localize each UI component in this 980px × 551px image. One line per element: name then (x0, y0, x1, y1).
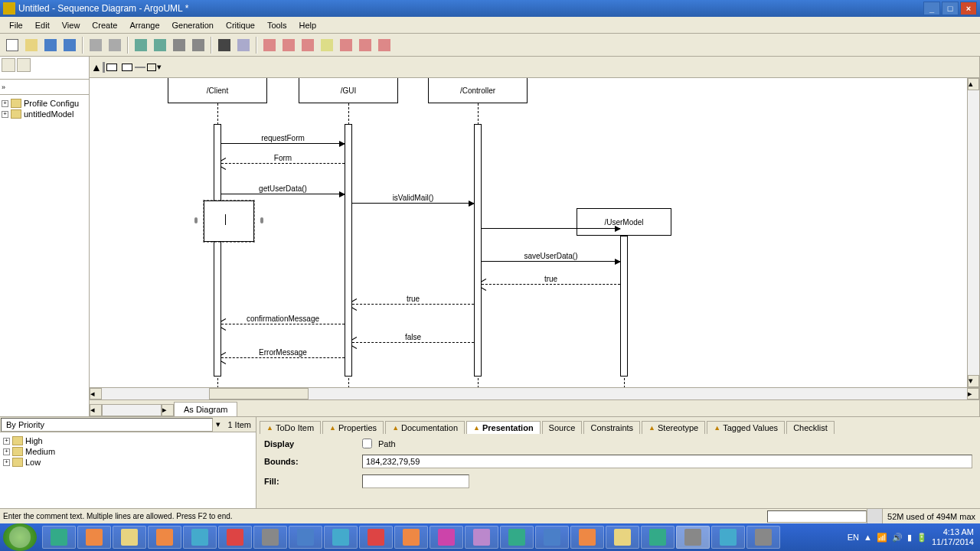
priority-level[interactable]: +Low (3, 457, 253, 468)
taskbar-item[interactable] (746, 526, 780, 549)
message-form[interactable]: Form (221, 155, 345, 164)
tab-as-diagram[interactable]: As Diagram (174, 402, 237, 416)
cut-button[interactable] (170, 36, 188, 54)
taskbar-item[interactable] (253, 526, 287, 549)
priority-tree[interactable]: +High+Medium+Low (0, 432, 256, 508)
message-isvalidmail-[interactable]: isValidMail() (352, 194, 474, 204)
menu-view[interactable]: View (56, 19, 87, 31)
vertical-scrollbar[interactable]: ▴ ▾ (967, 78, 979, 387)
message-errormessage[interactable]: ErrorMessage (221, 349, 345, 358)
note-link-tool[interactable] (135, 67, 145, 68)
priority-dropdown[interactable]: By Priority (1, 418, 213, 432)
rect-dropdown[interactable]: ▾ (157, 62, 168, 72)
taskbar-item[interactable] (465, 526, 498, 549)
print-preview-button[interactable] (106, 36, 124, 54)
menu-help[interactable]: Help (293, 19, 323, 31)
tree-item[interactable]: +Profile Configu (2, 98, 87, 109)
taskbar-item[interactable] (570, 526, 604, 549)
pane-toggle-2[interactable] (17, 58, 31, 72)
taskbar-item[interactable] (500, 526, 534, 549)
message-saveuserdata-[interactable]: saveUserData() (482, 253, 620, 262)
taskbar-item[interactable] (183, 526, 217, 549)
activation-bar[interactable] (620, 236, 628, 377)
activation-bar[interactable] (345, 124, 352, 377)
pane-expand[interactable]: » (2, 83, 5, 91)
message-confirmationmessage[interactable]: confirmationMessage (221, 315, 345, 324)
message-getuserdata-[interactable]: getUserData() (221, 185, 345, 194)
diagram-activity-button[interactable] (318, 36, 336, 54)
taskbar-item[interactable] (535, 526, 569, 549)
menu-create[interactable]: Create (86, 19, 123, 31)
menu-critique[interactable]: Critique (220, 19, 261, 31)
lang-indicator[interactable]: EN (848, 533, 859, 542)
diagram-sequence-button[interactable] (375, 36, 394, 54)
tree-toggle-icon[interactable]: + (3, 448, 10, 455)
horizontal-scrollbar[interactable]: ◂ ▸ (90, 387, 979, 399)
find-button[interactable] (215, 36, 234, 54)
taskbar-item[interactable] (430, 526, 463, 549)
model-tree[interactable]: +Profile Configu+untitledModel (0, 95, 89, 416)
save-button[interactable] (41, 36, 60, 54)
tab-checklist[interactable]: Checklist (786, 421, 835, 434)
menu-arrange[interactable]: Arrange (123, 19, 165, 31)
diagram-state-button[interactable] (299, 36, 317, 54)
pane-toggle-1[interactable] (2, 58, 15, 72)
taskbar-item[interactable] (676, 526, 710, 549)
diagram-deploy-button[interactable] (356, 36, 374, 54)
print-button[interactable] (87, 36, 105, 54)
taskbar-item[interactable] (641, 526, 675, 549)
copy-button[interactable] (189, 36, 207, 54)
diagram-canvas[interactable]: /Client/GUI/Controller/UserModelrequestF… (90, 78, 967, 387)
redo-button[interactable] (151, 36, 169, 54)
clock[interactable]: 4:13 AM 11/17/2014 (932, 527, 974, 547)
taskbar-item[interactable] (606, 526, 639, 549)
save-all-button[interactable] (60, 36, 79, 54)
lifeline-client[interactable]: /Client (168, 78, 267, 103)
new-button[interactable] (3, 36, 21, 54)
taskbar-item[interactable] (77, 526, 111, 549)
message-requestform[interactable]: requestForm (221, 135, 345, 144)
taskbar-item[interactable] (324, 526, 358, 549)
tab-documentation[interactable]: ▲Documentation (385, 421, 465, 434)
diagram-collab-button[interactable] (337, 36, 355, 54)
menu-generation[interactable]: Generation (166, 19, 220, 31)
priority-level[interactable]: +Medium (3, 446, 253, 457)
tree-item[interactable]: +untitledModel (2, 109, 87, 119)
taskbar-item[interactable] (113, 526, 146, 549)
tab-source[interactable]: Source (542, 421, 583, 434)
menu-edit[interactable]: Edit (29, 19, 56, 31)
system-tray[interactable]: EN ▲ 📶 🔊 ▮ 🔋 4:13 AM 11/17/2014 (841, 527, 980, 547)
broom-tool[interactable] (103, 62, 105, 73)
tree-toggle-icon[interactable]: + (2, 100, 8, 107)
bounds-input[interactable] (362, 455, 972, 468)
minimize-button[interactable]: _ (923, 2, 940, 15)
menu-tools[interactable]: Tools (261, 19, 293, 31)
taskbar-item[interactable] (359, 526, 393, 549)
tab-properties[interactable]: ▲Properties (322, 421, 384, 434)
tab-tagged-values[interactable]: ▲Tagged Values (707, 421, 785, 434)
message-true[interactable]: true (482, 276, 620, 285)
comment-tool[interactable] (122, 64, 132, 71)
taskbar-item[interactable] (218, 526, 252, 549)
rect-tool[interactable] (147, 64, 156, 71)
message-true[interactable]: true (352, 295, 474, 305)
tree-toggle-icon[interactable]: + (3, 459, 10, 466)
classifier-role-tool[interactable] (106, 64, 117, 71)
priority-level[interactable]: +High (3, 435, 253, 446)
taskbar-item[interactable] (148, 526, 181, 549)
taskbar-item[interactable] (42, 526, 76, 549)
zoom-button[interactable] (234, 36, 253, 54)
open-button[interactable] (22, 36, 41, 54)
close-button[interactable]: × (960, 2, 977, 15)
taskbar-item[interactable] (289, 526, 322, 549)
start-button[interactable] (3, 523, 37, 551)
maximize-button[interactable]: □ (942, 2, 959, 15)
tab-presentation[interactable]: ▲Presentation (466, 421, 541, 434)
tab-stereotype[interactable]: ▲Stereotype (642, 421, 705, 434)
menu-file[interactable]: File (3, 19, 29, 31)
undo-button[interactable] (132, 36, 150, 54)
tab-constraints[interactable]: Constraints (583, 421, 640, 434)
lifeline-controller[interactable]: /Controller (428, 78, 528, 103)
fill-swatch[interactable] (362, 474, 469, 488)
tab-scroll-right[interactable]: ▸ (162, 404, 174, 416)
